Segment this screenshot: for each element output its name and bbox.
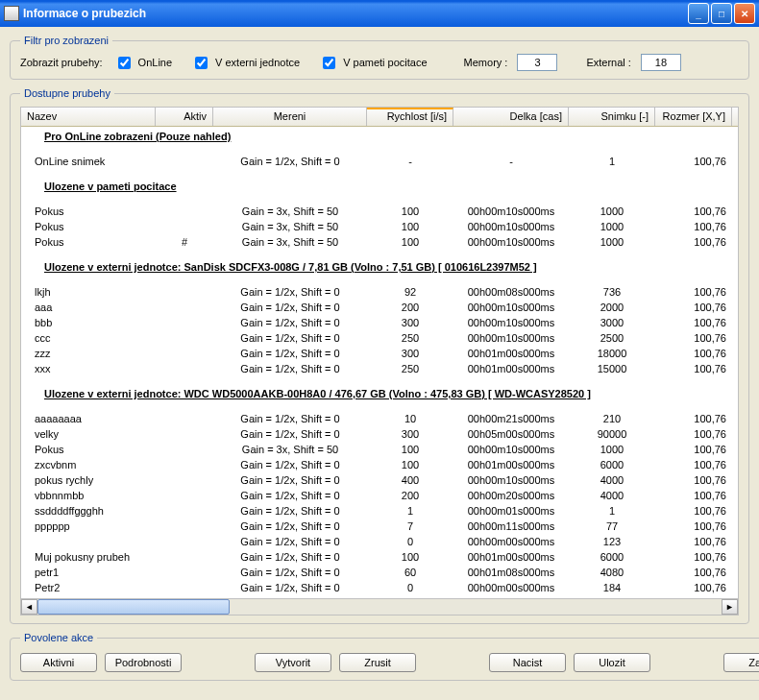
zobrazit-label: Zobrazit prubehy: bbox=[20, 57, 103, 68]
grid: Nazev Aktiv Mereni Rychlost [i/s] Delka … bbox=[20, 107, 739, 616]
cell: 00h00m10s000ms bbox=[453, 301, 569, 314]
table-row[interactable]: zzzGain = 1/2x, Shift = 030000h01m00s000… bbox=[21, 346, 738, 361]
external-field[interactable] bbox=[641, 54, 681, 71]
table-row[interactable]: Pokus#Gain = 3x, Shift = 5010000h00m10s0… bbox=[21, 234, 738, 250]
vpameti-checkbox[interactable] bbox=[323, 57, 335, 69]
cell bbox=[156, 205, 213, 218]
scroll-right-icon[interactable]: ► bbox=[722, 599, 738, 615]
table-row[interactable]: petr1Gain = 1/2x, Shift = 06000h01m08s00… bbox=[21, 565, 738, 580]
table-row[interactable]: xxxGain = 1/2x, Shift = 025000h01m00s000… bbox=[21, 361, 738, 376]
cell: 1000 bbox=[569, 220, 655, 233]
table-row[interactable]: velkyGain = 1/2x, Shift = 030000h05m00s0… bbox=[21, 426, 738, 442]
cell: 300 bbox=[367, 427, 453, 441]
cell: ssddddffggghh bbox=[21, 504, 156, 518]
memory-label: Memory : bbox=[464, 57, 508, 68]
cell: 100,76 bbox=[655, 581, 732, 594]
actions-groupbox: Povolene akce Aktivni Podrobnosti Vytvor… bbox=[10, 632, 759, 681]
table-row[interactable]: ppppppGain = 1/2x, Shift = 0700h00m11s00… bbox=[21, 519, 738, 534]
cell: Gain = 1/2x, Shift = 0 bbox=[213, 458, 367, 471]
cell: 1 bbox=[569, 504, 655, 518]
vexterni-checkbox[interactable] bbox=[195, 57, 208, 69]
cell: Gain = 1/2x, Shift = 0 bbox=[213, 316, 367, 329]
section-header: Ulozene v pameti pocitace bbox=[21, 177, 738, 196]
table-row[interactable]: bbbGain = 1/2x, Shift = 030000h00m10s000… bbox=[21, 315, 738, 330]
table-row[interactable]: lkjhGain = 1/2x, Shift = 09200h00m08s000… bbox=[21, 284, 738, 300]
podrobnosti-button[interactable]: Podrobnosti bbox=[105, 653, 182, 672]
cell: velky bbox=[21, 427, 156, 441]
cell: 250 bbox=[367, 362, 453, 375]
col-delka[interactable]: Delka [cas] bbox=[453, 108, 569, 126]
zrusit-button[interactable]: Zrusit bbox=[339, 653, 416, 672]
cell bbox=[156, 458, 213, 471]
cell: 100 bbox=[367, 443, 453, 456]
cell: Petr2 bbox=[21, 581, 156, 594]
table-row[interactable]: OnLine snimekGain = 1/2x, Shift = 0--110… bbox=[21, 154, 738, 169]
col-nazev[interactable]: Nazev bbox=[21, 108, 156, 126]
col-rozmer[interactable]: Rozmer [X,Y] bbox=[655, 108, 732, 126]
table-row[interactable]: pokus rychlyGain = 1/2x, Shift = 040000h… bbox=[21, 472, 738, 488]
cell bbox=[156, 581, 213, 594]
cell bbox=[156, 550, 213, 564]
cell: 200 bbox=[367, 489, 453, 502]
nacist-button[interactable]: Nacist bbox=[489, 653, 566, 672]
cell: 100,76 bbox=[655, 347, 732, 360]
col-aktiv[interactable]: Aktiv bbox=[156, 108, 213, 126]
table-row[interactable]: vbbnnmbbGain = 1/2x, Shift = 020000h00m2… bbox=[21, 488, 738, 503]
cell: 100,76 bbox=[655, 535, 732, 548]
scroll-left-icon[interactable]: ◄ bbox=[21, 599, 37, 615]
cell bbox=[156, 519, 213, 533]
table-row[interactable]: PokusGain = 3x, Shift = 5010000h00m10s00… bbox=[21, 204, 738, 219]
cell: aaaaaaaa bbox=[21, 412, 156, 425]
cell: 00h01m00s000ms bbox=[453, 347, 569, 360]
scroll-thumb[interactable] bbox=[37, 599, 230, 615]
col-snimku[interactable]: Snimku [-] bbox=[569, 108, 655, 126]
ulozit-button[interactable]: Ulozit bbox=[574, 653, 650, 672]
horizontal-scrollbar[interactable]: ◄ ► bbox=[21, 598, 738, 615]
cell: 100 bbox=[367, 205, 453, 218]
table-row[interactable]: Petr2Gain = 1/2x, Shift = 0000h00m00s000… bbox=[21, 580, 738, 595]
grid-body[interactable]: Pro OnLine zobrazeni (Pouze nahled)OnLin… bbox=[21, 127, 738, 597]
table-row[interactable]: cccGain = 1/2x, Shift = 025000h00m10s000… bbox=[21, 330, 738, 346]
table-row[interactable]: Gain = 1/2x, Shift = 0000h00m00s000ms123… bbox=[21, 534, 738, 549]
vytvorit-button[interactable]: Vytvorit bbox=[255, 653, 331, 672]
cell: Gain = 1/2x, Shift = 0 bbox=[213, 566, 367, 579]
titlebar[interactable]: Informace o prubezich _ □ ✕ bbox=[0, 0, 759, 27]
table-row[interactable]: Muj pokusny prubehGain = 1/2x, Shift = 0… bbox=[21, 549, 738, 565]
online-checkbox[interactable] bbox=[118, 57, 131, 69]
cell: 00h00m08s000ms bbox=[453, 285, 569, 299]
col-rychlost[interactable]: Rychlost [i/s] bbox=[367, 108, 453, 126]
col-mereni[interactable]: Mereni bbox=[213, 108, 367, 126]
table-row[interactable]: zxcvbnmGain = 1/2x, Shift = 010000h01m00… bbox=[21, 457, 738, 472]
cell: 10 bbox=[367, 412, 453, 425]
aktivni-button[interactable]: Aktivni bbox=[20, 653, 97, 672]
table-row[interactable]: PokusGain = 3x, Shift = 5010000h00m10s00… bbox=[21, 442, 738, 457]
scroll-track[interactable] bbox=[37, 599, 722, 615]
table-row[interactable]: ssddddffggghhGain = 1/2x, Shift = 0100h0… bbox=[21, 503, 738, 519]
vexterni-checkbox-label: V externi jednotce bbox=[215, 57, 300, 68]
cell: 1 bbox=[569, 155, 655, 168]
table-row[interactable]: PokusGain = 3x, Shift = 5010000h00m10s00… bbox=[21, 219, 738, 234]
cell: 4000 bbox=[569, 473, 655, 487]
cell: 00h00m21s000ms bbox=[453, 412, 569, 425]
cell: 00h00m01s000ms bbox=[453, 504, 569, 518]
cell: 00h00m10s000ms bbox=[453, 316, 569, 329]
cell: Gain = 1/2x, Shift = 0 bbox=[213, 285, 367, 299]
cell: 100,76 bbox=[655, 285, 732, 299]
zavrit-button[interactable]: Zavrit bbox=[723, 653, 759, 672]
cell: 2500 bbox=[569, 331, 655, 345]
close-button[interactable]: ✕ bbox=[734, 3, 755, 24]
cell: 77 bbox=[569, 519, 655, 533]
cell: 100,76 bbox=[655, 362, 732, 375]
cell: 92 bbox=[367, 285, 453, 299]
cell: 00h01m00s000ms bbox=[453, 550, 569, 564]
cell: 00h01m08s000ms bbox=[453, 566, 569, 579]
maximize-button[interactable]: □ bbox=[711, 3, 732, 24]
memory-field[interactable] bbox=[517, 54, 557, 71]
cell: 100,76 bbox=[655, 220, 732, 233]
table-row[interactable]: aaaGain = 1/2x, Shift = 020000h00m10s000… bbox=[21, 300, 738, 315]
table-row[interactable]: aaaaaaaaGain = 1/2x, Shift = 01000h00m21… bbox=[21, 411, 738, 426]
cell: 250 bbox=[367, 331, 453, 345]
cell: 15000 bbox=[569, 362, 655, 375]
cell: 1 bbox=[367, 504, 453, 518]
minimize-button[interactable]: _ bbox=[688, 3, 709, 24]
